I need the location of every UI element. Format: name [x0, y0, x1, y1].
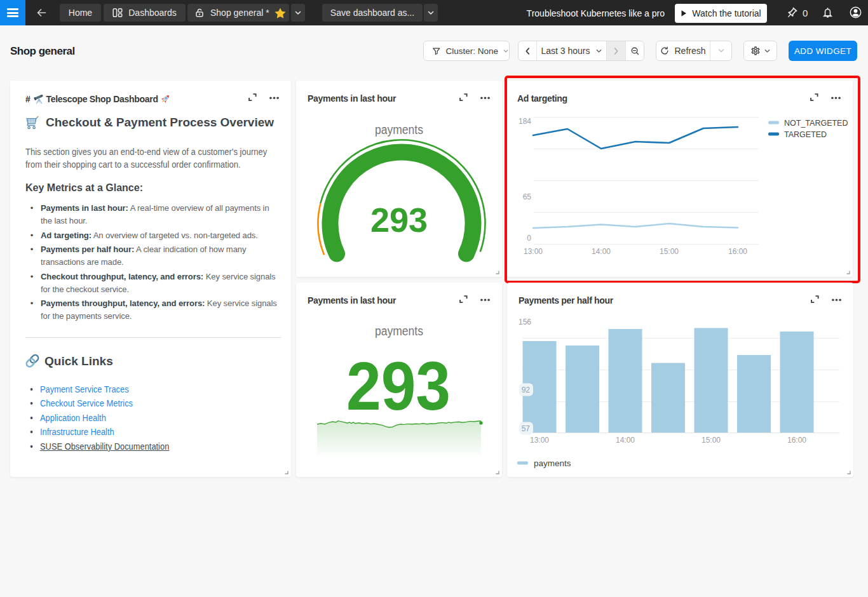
svg-text:14:00: 14:00	[616, 436, 635, 445]
svg-text:15:00: 15:00	[702, 436, 721, 445]
svg-text:184: 184	[519, 117, 531, 126]
svg-text:156: 156	[519, 318, 531, 326]
svg-text:15:00: 15:00	[660, 247, 679, 256]
svg-text:NOT_TARGETED: NOT_TARGETED	[784, 119, 848, 128]
svg-text:payments: payments	[534, 459, 571, 468]
svg-text:payments: payments	[375, 324, 423, 338]
svg-text:293: 293	[346, 347, 451, 424]
svg-text:13:00: 13:00	[530, 436, 549, 445]
svg-text:92: 92	[522, 386, 531, 394]
svg-text:293: 293	[370, 201, 428, 239]
svg-text:57: 57	[522, 424, 531, 433]
svg-text:13:00: 13:00	[524, 247, 543, 256]
svg-text:65: 65	[523, 192, 532, 201]
svg-text:14:00: 14:00	[592, 247, 611, 256]
svg-text:TARGETED: TARGETED	[784, 130, 827, 139]
svg-text:0: 0	[527, 234, 531, 243]
svg-text:payments: payments	[375, 123, 423, 137]
svg-text:16:00: 16:00	[787, 436, 806, 445]
svg-text:16:00: 16:00	[728, 247, 747, 256]
